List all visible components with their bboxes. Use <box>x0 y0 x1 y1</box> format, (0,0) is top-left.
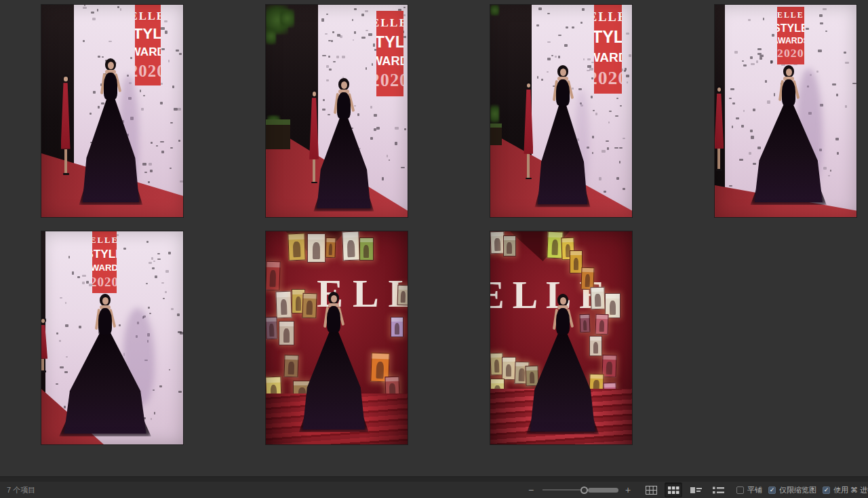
sponsor-logo-mark <box>123 248 126 250</box>
sponsor-logo-mark <box>626 75 629 77</box>
sponsor-logo-mark <box>150 170 153 172</box>
elle-awards-banner: ELLESTYLEAWARDS2020 <box>594 5 623 94</box>
sponsor-logo-mark <box>395 142 397 145</box>
option-tile[interactable]: 平铺 <box>736 485 762 495</box>
banner-text-line4: 2020 <box>594 69 623 88</box>
magazine-cover <box>279 321 294 346</box>
cover-figure <box>583 320 587 330</box>
photo-thumbnail-1[interactable]: ELLESTYLEAWARDS2020 <box>41 5 183 217</box>
sponsor-logo-mark <box>566 26 568 29</box>
sponsor-logo-mark <box>370 106 372 109</box>
sponsor-logo-mark <box>321 18 323 21</box>
magazine-cover <box>307 233 326 263</box>
photo-thumbnail-2[interactable]: ELLESTYLEAWARDS2020 <box>266 5 408 217</box>
sponsor-logo-mark <box>739 159 743 161</box>
sponsor-logo-mark <box>92 18 96 20</box>
sponsor-logo-mark <box>772 34 774 36</box>
sponsor-logo-mark <box>852 83 856 84</box>
photo-thumbnail-7[interactable]: ELLE <box>490 231 632 444</box>
sponsor-logo-mark <box>332 31 334 33</box>
details-view-button[interactable] <box>687 482 705 497</box>
sponsor-logo-mark <box>152 267 155 269</box>
sponsor-logo-mark <box>403 14 406 16</box>
sponsor-logo-mark <box>155 275 158 278</box>
sponsor-logo-mark <box>93 91 96 93</box>
magazine-cover <box>391 317 403 337</box>
sponsor-logo-mark <box>629 54 631 57</box>
option-use-cmd-rating[interactable]: ✓ 使用 ⌘ 进行标记和 <box>823 485 868 495</box>
cover-figure <box>574 258 578 271</box>
sponsor-logo-mark <box>361 14 364 16</box>
cover-figure <box>551 240 558 255</box>
thumbnail-size-slider[interactable] <box>542 486 618 494</box>
cover-figure <box>363 245 369 258</box>
sponsor-logo-mark <box>336 56 339 58</box>
cover-figure <box>494 238 500 251</box>
photo-thumbnail-6[interactable]: ELLE <box>266 231 408 444</box>
cover-figure <box>395 323 399 334</box>
item-count: 7 个项目 <box>7 482 35 498</box>
sponsor-logo-mark <box>757 48 762 50</box>
sponsor-logo-mark <box>165 270 169 273</box>
grid-view-button[interactable] <box>642 482 660 497</box>
sponsor-logo-mark <box>403 36 406 38</box>
cover-figure <box>530 372 535 383</box>
foliage <box>266 28 276 45</box>
sponsor-logo-mark <box>626 33 629 35</box>
sponsor-logo-mark <box>101 102 104 104</box>
thumbnail-view-button[interactable] <box>665 482 682 497</box>
photo-thumbnail-5[interactable]: ELLESTYLEAWARDS2020 <box>41 231 183 444</box>
thumbnails-only-checkbox[interactable]: ✓ <box>768 486 776 494</box>
sponsor-logo-mark <box>178 140 180 142</box>
banner-text-line3: AWARDS <box>777 37 804 45</box>
sponsor-logo-mark <box>555 56 556 58</box>
banner-text-line3: AWARDS <box>92 263 117 272</box>
sponsor-logo-mark <box>354 8 357 10</box>
red-lady-legs <box>64 149 67 175</box>
cover-figure <box>283 328 290 343</box>
sponsor-logo-mark <box>56 332 58 334</box>
banner-text-line1: ELLE <box>92 236 117 245</box>
zoom-out-button[interactable]: − <box>527 485 535 495</box>
sponsor-logo-mark <box>592 152 594 153</box>
sponsor-logo-mark <box>64 406 66 408</box>
gown-bodice <box>98 308 112 334</box>
magazine-cover <box>526 365 539 386</box>
sponsor-logo-mark <box>767 100 770 103</box>
use-cmd-rating-label: 使用 ⌘ 进行标记和 <box>833 485 868 495</box>
slider-track-right[interactable] <box>588 488 618 493</box>
sponsor-logo-mark <box>72 271 74 274</box>
sponsor-logo-mark <box>845 105 847 108</box>
sponsor-logo-mark <box>328 56 330 58</box>
photo-thumbnail-4[interactable]: ELLESTYLEAWARDS2020 <box>715 5 856 217</box>
sponsor-logo-mark <box>178 391 182 393</box>
cover-figure <box>507 242 511 254</box>
tile-checkbox[interactable] <box>736 486 744 494</box>
cover-figure <box>347 240 355 257</box>
sponsor-logo-mark <box>83 40 85 42</box>
magazine-cover <box>589 336 602 356</box>
sponsor-logo-mark <box>608 121 610 123</box>
slider-knob[interactable] <box>580 486 588 494</box>
use-cmd-rating-checkbox[interactable]: ✓ <box>823 486 830 494</box>
red-lady-shoes <box>716 169 722 171</box>
sponsor-logo-mark <box>142 163 146 166</box>
banner-text-line4: 2020 <box>777 47 804 60</box>
sponsor-logo-mark <box>620 105 623 107</box>
slider-track-left[interactable] <box>542 489 580 491</box>
cover-figure <box>595 294 601 307</box>
sponsor-logo-mark <box>601 150 606 152</box>
sponsor-logo-mark <box>751 63 754 65</box>
list-view-button[interactable] <box>709 482 727 497</box>
zoom-in-button[interactable]: + <box>624 485 632 495</box>
cover-figure <box>313 242 320 258</box>
sponsor-logo-mark <box>404 128 406 130</box>
magazine-cover <box>302 293 317 318</box>
banner-text-line2: STYLE <box>594 28 623 45</box>
photo-thumbnail-3[interactable]: ELLESTYLEAWARDS2020 <box>490 5 632 217</box>
cover-figure <box>296 296 301 311</box>
magazine-cover <box>579 314 589 333</box>
sponsor-logo-mark <box>572 88 573 89</box>
banner-text-line2: STYLE <box>92 248 117 260</box>
option-thumbnails-only[interactable]: ✓ 仅限缩览图 <box>768 485 816 495</box>
